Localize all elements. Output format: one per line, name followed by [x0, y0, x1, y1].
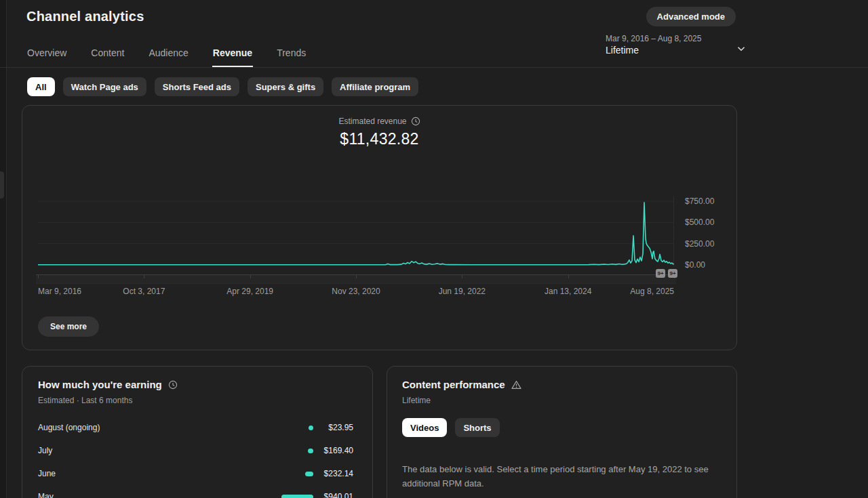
events-badge[interactable]: 9+ [656, 269, 665, 278]
revenue-filter-chips: AllWatch Page adsShorts Feed adsSupers &… [27, 77, 418, 96]
scrollbar-tick [144, 275, 144, 278]
earnings-value: $169.40 [313, 446, 353, 455]
analytics-tabs: OverviewContentAudienceRevenueTrends [26, 45, 307, 68]
see-more-button[interactable]: See more [38, 316, 99, 337]
earnings-card-header: How much you're earning [38, 379, 178, 390]
earnings-row: July$169.40 [22, 439, 372, 462]
earnings-bar [305, 472, 313, 476]
chart-scrollbar[interactable] [36, 274, 676, 284]
events-badge[interactable]: 9+ [668, 269, 677, 278]
filter-chip-watch-page-ads[interactable]: Watch Page ads [63, 77, 146, 96]
earnings-row: August (ongoing)$23.95 [22, 416, 372, 439]
revenue-line-svg [38, 196, 674, 266]
content-performance-card: Content performance Lifetime VideosShort… [387, 366, 737, 498]
tab-overview[interactable]: Overview [26, 45, 67, 68]
y-axis-label: $750.00 [685, 196, 732, 206]
earnings-card: How much you're earning Estimated · Last… [22, 366, 373, 498]
earnings-bar-track [281, 426, 313, 430]
performance-card-subtitle: Lifetime [402, 396, 431, 405]
revenue-line-chart[interactable] [38, 196, 674, 266]
channel-analytics-page: Channel analytics Advanced mode Overview… [0, 0, 868, 498]
sidebar-scrollbar-thumb[interactable] [0, 171, 4, 199]
header-divider [0, 67, 868, 68]
x-axis-label: Oct 3, 2017 [123, 287, 165, 296]
revenue-chart-card: Estimated revenue $11,432.82 $750.00$500… [22, 105, 737, 350]
earnings-month-label: May [38, 492, 54, 498]
earnings-bar-track [281, 495, 313, 498]
earnings-value: $940.01 [313, 492, 353, 498]
chevron-down-icon [735, 43, 747, 55]
advanced-mode-button[interactable]: Advanced mode [646, 7, 736, 26]
filter-chip-supers-gifts[interactable]: Supers & gifts [248, 77, 323, 96]
clock-icon[interactable] [168, 380, 178, 390]
earnings-bar [281, 495, 313, 498]
tab-revenue[interactable]: Revenue [212, 45, 253, 68]
earnings-card-title: How much you're earning [38, 379, 162, 390]
tab-audience[interactable]: Audience [148, 45, 189, 68]
metric-label: Estimated revenue [338, 117, 406, 126]
metric-value: $11,432.82 [22, 130, 736, 148]
performance-card-title: Content performance [402, 379, 505, 390]
tab-trends[interactable]: Trends [276, 45, 307, 68]
y-axis-label: $500.00 [685, 217, 732, 227]
scrollbar-tick [356, 275, 357, 278]
earnings-month-label: August (ongoing) [38, 423, 100, 432]
earnings-bar [309, 426, 313, 430]
y-axis-label: $250.00 [685, 239, 732, 249]
format-chip-shorts[interactable]: Shorts [455, 418, 499, 437]
performance-card-header: Content performance [402, 379, 521, 390]
x-axis-label: Apr 29, 2019 [226, 287, 273, 296]
metric-label-row[interactable]: Estimated revenue [338, 117, 420, 126]
earnings-card-subtitle: Estimated · Last 6 months [38, 396, 132, 405]
x-axis-label: Jun 19, 2022 [439, 287, 486, 296]
x-axis-label: Mar 9, 2016 [38, 287, 81, 296]
date-range-preset: Lifetime [606, 44, 701, 57]
date-range-value: Mar 9, 2016 – Aug 8, 2025 [606, 34, 701, 44]
filter-chip-shorts-feed-ads[interactable]: Shorts Feed ads [155, 77, 239, 96]
scrollbar-tick [250, 275, 251, 278]
y-axis-label: $0.00 [685, 260, 732, 270]
metric-header: Estimated revenue $11,432.82 [22, 115, 736, 148]
scrollbar-tick [38, 275, 39, 278]
warning-icon[interactable] [511, 380, 521, 390]
format-chip-videos[interactable]: Videos [402, 418, 447, 437]
date-range-text: Mar 9, 2016 – Aug 8, 2025 Lifetime [606, 34, 701, 57]
earnings-rows: August (ongoing)$23.95July$169.40June$23… [22, 416, 372, 498]
earnings-row: May$940.01 [22, 485, 372, 498]
earnings-value: $232.14 [313, 469, 353, 478]
x-axis-label: Jan 13, 2024 [545, 287, 591, 296]
revenue-series-line [38, 203, 674, 265]
sidebar-edge [0, 0, 7, 498]
clock-icon [411, 117, 420, 126]
earnings-row: June$232.14 [22, 462, 372, 485]
filter-chip-affiliate-program[interactable]: Affiliate program [332, 77, 418, 96]
earnings-month-label: July [38, 446, 52, 455]
scrollbar-tick [568, 275, 569, 278]
earnings-value: $23.95 [313, 423, 353, 432]
earnings-bar-track [281, 472, 313, 476]
rpm-note: The data below is valid. Select a time p… [402, 462, 709, 491]
filter-chip-all[interactable]: All [27, 77, 55, 96]
x-axis-label: Aug 8, 2025 [630, 287, 674, 296]
earnings-month-label: June [38, 469, 56, 478]
date-range-selector[interactable]: Mar 9, 2016 – Aug 8, 2025 Lifetime [606, 34, 747, 57]
earnings-bar-track [281, 449, 313, 453]
page-title: Channel analytics [26, 9, 144, 24]
tab-content[interactable]: Content [90, 45, 125, 68]
scrollbar-tick [462, 275, 462, 278]
x-axis-label: Nov 23, 2020 [332, 287, 380, 296]
performance-format-chips: VideosShorts [402, 418, 500, 437]
earnings-bar [308, 449, 313, 453]
